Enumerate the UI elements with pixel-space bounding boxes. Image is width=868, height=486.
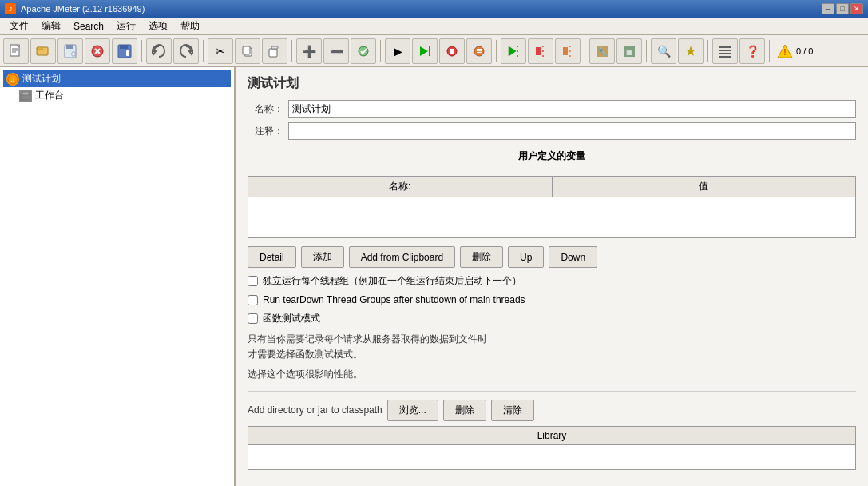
revert-button[interactable]	[85, 38, 110, 64]
section-title: 测试计划	[248, 75, 856, 92]
checkbox2-row: Run tearDown Thread Groups after shutdow…	[248, 294, 856, 305]
classpath-label: Add directory or jar to classpath	[248, 404, 382, 416]
table-header-value: 值	[553, 177, 856, 197]
svg-rect-12	[120, 45, 128, 49]
add-button[interactable]: 添加	[301, 246, 344, 268]
desc1: 只有当你需要记录每个请求从服务器取得的数据到文件时 才需要选择函数测试模式。	[248, 332, 856, 362]
library-table: Library	[248, 426, 856, 470]
svg-rect-52	[22, 92, 29, 95]
svg-rect-17	[271, 46, 278, 49]
separator-5	[496, 40, 497, 62]
table-header: 名称: 值	[248, 177, 855, 197]
library-header: Library	[248, 427, 855, 445]
stop-remote2-button[interactable]	[555, 38, 581, 64]
error-count: 0 / 0	[796, 46, 813, 56]
checkbox3-row: 函数测试模式	[248, 312, 856, 325]
close-button[interactable]: ✕	[850, 3, 863, 14]
desc3: 选择这个选项很影响性能。	[248, 367, 856, 382]
func1-button[interactable]: 🔧	[589, 38, 615, 64]
detail-button[interactable]: Detail	[248, 246, 296, 268]
window-controls[interactable]: ─ □ ✕	[822, 3, 863, 14]
func3-button[interactable]	[678, 38, 704, 64]
undo-button[interactable]	[146, 38, 172, 64]
copy-button[interactable]	[235, 38, 260, 64]
save-button[interactable]	[112, 38, 137, 64]
svg-rect-16	[269, 49, 277, 57]
svg-text:🔧: 🔧	[597, 46, 608, 57]
menu-run[interactable]: 运行	[110, 18, 142, 34]
comment-label: 注释：	[248, 125, 283, 138]
add-from-clipboard-button[interactable]: Add from Clipboard	[349, 246, 455, 268]
open-button[interactable]	[30, 38, 56, 64]
name-row: 名称：	[248, 100, 856, 118]
help-button[interactable]: ❓	[739, 38, 765, 64]
up-button[interactable]: Up	[508, 246, 544, 268]
checkbox2-label: Run tearDown Thread Groups after shutdow…	[263, 294, 525, 305]
minimize-button[interactable]: ─	[822, 3, 834, 14]
comment-row: 注释：	[248, 122, 856, 140]
svg-rect-15	[243, 46, 250, 54]
clear-classpath-button[interactable]: 清除	[491, 400, 534, 421]
maximize-button[interactable]: □	[836, 3, 849, 14]
redo-button[interactable]	[173, 38, 199, 64]
menu-options[interactable]: 选项	[142, 18, 174, 34]
comment-input[interactable]	[288, 122, 856, 140]
search-button[interactable]: 🔍	[651, 38, 676, 64]
svg-rect-31	[536, 47, 541, 55]
main-layout: J 测试计划 工作台 测试计划 名称： 注释：	[0, 67, 868, 486]
new-button[interactable]	[3, 38, 29, 64]
test-plan-icon: J	[6, 73, 19, 86]
start-no-pause-button[interactable]	[412, 38, 438, 64]
down-button[interactable]: Down	[549, 246, 597, 268]
tree-item-test-plan[interactable]: J 测试计划	[3, 70, 231, 87]
svg-rect-22	[450, 49, 454, 54]
menu-search[interactable]: Search	[67, 19, 110, 34]
browse-button[interactable]: 浏览...	[387, 400, 438, 421]
separator-1	[141, 40, 142, 62]
stop-remote-button[interactable]	[528, 38, 553, 64]
stop-button[interactable]	[439, 38, 465, 64]
expand-button[interactable]: ➕	[296, 38, 322, 64]
variables-table: 名称: 值	[248, 176, 856, 238]
paste-button[interactable]	[262, 38, 287, 64]
separator-7	[646, 40, 647, 62]
name-input[interactable]	[288, 100, 856, 118]
svg-marker-27	[509, 46, 516, 56]
delete-button[interactable]: 删除	[460, 246, 503, 268]
collapse-button[interactable]: ➖	[323, 38, 349, 64]
toggle-button[interactable]	[351, 38, 376, 64]
tree-item-test-plan-label: 测试计划	[22, 72, 61, 86]
svg-rect-6	[66, 45, 73, 49]
menu-file[interactable]: 文件	[3, 18, 35, 34]
menu-edit[interactable]: 编辑	[35, 18, 67, 34]
func2-button[interactable]: ▦	[616, 38, 642, 64]
checkbox1[interactable]	[248, 276, 258, 286]
tree-item-workbench[interactable]: 工作台	[3, 87, 231, 104]
right-panel: 测试计划 名称： 注释： 用户定义的变量 名称: 值	[236, 67, 868, 486]
user-vars-title: 用户定义的变量	[248, 145, 856, 168]
toolbar: ✂ ➕ ➖ ▶ 🔧 ▦ 🔍 ❓ !	[0, 35, 868, 67]
svg-point-18	[359, 46, 368, 56]
shutdown-button[interactable]	[466, 38, 492, 64]
workbench-icon	[19, 90, 32, 102]
table-body	[248, 197, 855, 237]
svg-rect-26	[477, 52, 482, 53]
checkbox3[interactable]	[248, 313, 258, 324]
separator-8	[707, 40, 708, 62]
name-label: 名称：	[248, 102, 283, 116]
start-remote-button[interactable]	[501, 38, 526, 64]
separator-2	[203, 40, 204, 62]
svg-rect-35	[563, 47, 568, 55]
menu-help[interactable]: 帮助	[174, 18, 206, 34]
content-area: 测试计划 名称： 注释： 用户定义的变量 名称: 值	[236, 67, 868, 478]
svg-rect-20	[429, 46, 430, 56]
save-template-button[interactable]	[57, 38, 83, 64]
svg-rect-43	[719, 46, 731, 48]
checkbox2[interactable]	[248, 295, 258, 305]
cut-button[interactable]: ✂	[208, 38, 233, 64]
start-button[interactable]: ▶	[385, 38, 410, 64]
tree-item-workbench-label: 工作台	[35, 89, 64, 102]
list-button[interactable]	[712, 38, 738, 64]
svg-text:J: J	[10, 76, 14, 84]
delete-classpath-button[interactable]: 删除	[443, 400, 486, 421]
